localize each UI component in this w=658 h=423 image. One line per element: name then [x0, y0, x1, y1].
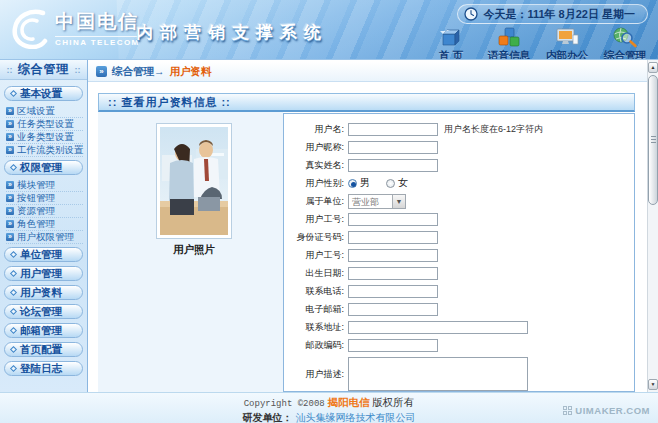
- photo-column: 用户照片: [98, 112, 283, 392]
- form-row: 属于单位: 营业部 ▼: [284, 192, 634, 210]
- text-input[interactable]: [348, 213, 438, 226]
- sidebar-group-label: 用户资料: [20, 286, 62, 300]
- sidebar-group-button[interactable]: 用户资料: [4, 285, 83, 300]
- sidebar-group-label: 单位管理: [20, 248, 62, 262]
- date-text: 今天是：111年 8月22日 星期一: [483, 7, 635, 22]
- form-row: 用户描述:: [284, 354, 634, 392]
- watermark-text: UIMAKER.COM: [575, 405, 650, 416]
- breadcrumb-icon: »: [96, 66, 107, 77]
- field-label: 属于单位:: [284, 195, 344, 208]
- sidebar-menu-item[interactable]: » 按钮管理: [6, 192, 83, 205]
- diamond-icon: [10, 164, 17, 171]
- nav-voice[interactable]: 语音信息: [480, 26, 538, 60]
- sidebar-item-label: 区域设置: [17, 105, 55, 118]
- scroll-up-button[interactable]: ▲: [648, 62, 658, 73]
- brand-name-cn: 中国电信: [55, 9, 140, 35]
- text-input[interactable]: [348, 249, 438, 262]
- sidebar-menu-item[interactable]: » 角色管理: [6, 218, 83, 231]
- diamond-icon: [10, 327, 17, 334]
- top-nav-label: 语音信息: [488, 49, 530, 60]
- radio-option[interactable]: 男: [348, 176, 370, 190]
- sidebar: :: 综合管理 :: 基本设置 » 区域设置 » 任务类型设置 » 业务类型设置…: [0, 60, 88, 392]
- top-nav-label: 内部办公: [546, 49, 588, 60]
- field-label: 出生日期:: [284, 267, 344, 280]
- field-label: 用户工号:: [284, 213, 344, 226]
- text-input[interactable]: [348, 231, 438, 244]
- office-computer-icon: [554, 26, 580, 48]
- sidebar-item-label: 角色管理: [17, 218, 55, 231]
- diamond-icon: [10, 308, 17, 315]
- diamond-icon: [10, 90, 17, 97]
- text-input[interactable]: [348, 303, 438, 316]
- form-row: 联系电话:: [284, 282, 634, 300]
- sidebar-menu-item[interactable]: » 业务类型设置: [6, 131, 83, 144]
- sidebar-menu-item[interactable]: » 用户权限管理: [6, 231, 83, 244]
- sidebar-title-deco-right: ::: [75, 65, 81, 75]
- scroll-down-button[interactable]: ▼: [648, 379, 658, 390]
- radio-circle-icon[interactable]: [348, 179, 357, 188]
- form-row: 用户昵称:: [284, 138, 634, 156]
- section-header: :: 查看用户资料信息 ::: [98, 93, 635, 112]
- diamond-icon: [10, 251, 17, 258]
- developer-label: 研发单位：: [243, 412, 293, 423]
- scrollbar-thumb[interactable]: [648, 75, 658, 205]
- sidebar-group-label: 论坛管理: [20, 305, 62, 319]
- sidebar-group-label: 用户管理: [20, 267, 62, 281]
- sidebar-menu-item[interactable]: » 任务类型设置: [6, 118, 83, 131]
- system-title: 内部营销支撑系统: [136, 21, 328, 44]
- sidebar-menu-item[interactable]: » 区域设置: [6, 105, 83, 118]
- copyright-line: Copyright ©2008 揭阳电信 版权所有: [0, 396, 658, 410]
- user-photo-image: [160, 127, 228, 235]
- sidebar-group-button[interactable]: 首页配置: [4, 342, 83, 357]
- diamond-icon: [10, 365, 17, 372]
- text-input[interactable]: [348, 159, 438, 172]
- sidebar-menu-item[interactable]: » 模块管理: [6, 179, 83, 192]
- top-nav: 首 页 语音信息 内部办公 综: [422, 26, 654, 60]
- breadcrumb-current: 用户资料: [170, 65, 212, 79]
- sidebar-group-label: 首页配置: [20, 343, 62, 357]
- field-hint: 用户名长度在6-12字符内: [444, 123, 543, 136]
- arrow-bullet-icon: »: [6, 194, 14, 202]
- sidebar-group-button[interactable]: 论坛管理: [4, 304, 83, 319]
- clock-icon: [464, 7, 478, 21]
- vertical-scrollbar[interactable]: ▲ ▼: [647, 60, 658, 392]
- sidebar-group-button[interactable]: 基本设置: [4, 86, 83, 101]
- section-title: :: 查看用户资料信息 ::: [108, 95, 231, 110]
- chevron-down-icon[interactable]: ▼: [392, 195, 405, 208]
- brand-name-en: CHINA TELECOM: [55, 36, 140, 47]
- sidebar-title: :: 综合管理 ::: [0, 60, 87, 80]
- text-input[interactable]: [348, 141, 438, 154]
- text-input[interactable]: [348, 285, 438, 298]
- diamond-icon: [10, 346, 17, 353]
- unit-select[interactable]: 营业部 ▼: [348, 194, 406, 209]
- form-row: 身份证号码:: [284, 228, 634, 246]
- text-input[interactable]: [348, 321, 528, 334]
- sidebar-group-button[interactable]: 邮箱管理: [4, 323, 83, 338]
- date-bar: 今天是：111年 8月22日 星期一: [457, 4, 648, 24]
- sidebar-menu-item[interactable]: » 工作流类别设置: [6, 144, 83, 157]
- sidebar-group-button[interactable]: 权限管理: [4, 160, 83, 175]
- arrow-bullet-icon: »: [6, 107, 14, 115]
- nav-admin[interactable]: 综合管理: [596, 26, 654, 60]
- radio-option[interactable]: 女: [386, 176, 408, 190]
- breadcrumb-path[interactable]: 综合管理→: [112, 65, 165, 79]
- sidebar-item-label: 资源管理: [17, 205, 55, 218]
- breadcrumb: » 综合管理→ 用户资料: [88, 62, 647, 82]
- text-input[interactable]: [348, 123, 438, 136]
- text-input[interactable]: [348, 339, 438, 352]
- sidebar-item-label: 用户权限管理: [17, 231, 74, 244]
- sidebar-group-button[interactable]: 用户管理: [4, 266, 83, 281]
- sidebar-item-label: 按钮管理: [17, 192, 55, 205]
- nav-home[interactable]: 首 页: [422, 26, 480, 60]
- sidebar-group-button[interactable]: 登陆日志: [4, 361, 83, 376]
- sidebar-menu-item[interactable]: » 资源管理: [6, 205, 83, 218]
- radio-circle-icon[interactable]: [386, 179, 395, 188]
- user-photo: [156, 123, 232, 239]
- nav-office[interactable]: 内部办公: [538, 26, 596, 60]
- text-input[interactable]: [348, 267, 438, 280]
- description-textarea[interactable]: [348, 357, 528, 391]
- radio-label: 女: [398, 176, 408, 190]
- sidebar-group-button[interactable]: 单位管理: [4, 247, 83, 262]
- page: 中国电信 CHINA TELECOM 内部营销支撑系统 今天是：111年 8月2…: [0, 0, 658, 423]
- form-row: 联系地址:: [284, 318, 634, 336]
